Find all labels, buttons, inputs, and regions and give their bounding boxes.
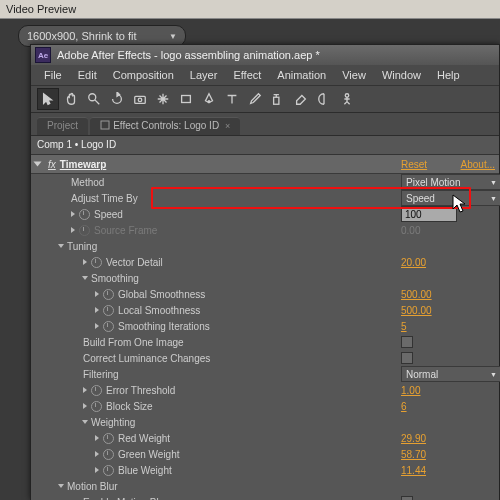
build-from-one-checkbox[interactable] [401,336,413,348]
twirl-icon[interactable] [83,403,87,409]
stopwatch-icon[interactable] [79,209,90,220]
menu-effect[interactable]: Effect [226,65,268,85]
hand-tool[interactable] [60,88,82,110]
menu-layer[interactable]: Layer [183,65,225,85]
value-vector-detail[interactable]: 20.00 [401,257,426,268]
selection-tool[interactable] [37,88,59,110]
twirl-down-icon[interactable] [58,484,64,488]
value-local-smooth[interactable]: 500.00 [401,305,432,316]
menu-file[interactable]: File [37,65,69,85]
twirl-down-icon[interactable] [82,420,88,424]
filtering-dropdown[interactable]: Normal▼ [401,366,500,382]
value-global-smooth[interactable]: 500.00 [401,289,432,300]
fx-icon: fx [48,159,56,170]
type-tool[interactable] [221,88,243,110]
label-blue-weight: Blue Weight [118,465,172,476]
label-motion-blur: Motion Blur [67,481,118,492]
row-tuning[interactable]: Tuning [31,238,499,254]
tab-effect-controls[interactable]: Effect Controls: Logo ID× [90,117,240,135]
label-error-thresh: Error Threshold [106,385,175,396]
label-block-size: Block Size [106,401,153,412]
stopwatch-icon[interactable] [103,321,114,332]
twirl-down-icon[interactable] [58,244,64,248]
value-green-weight[interactable]: 58.70 [401,449,426,460]
row-method: Method Pixel Motion▼ [31,174,499,190]
value-error-thresh[interactable]: 1.00 [401,385,420,396]
effect-header[interactable]: fx Timewarp Reset About... [31,155,499,174]
video-preview-title: Video Preview [0,0,500,19]
effect-controls-panel: fx Timewarp Reset About... Method Pixel … [31,155,499,500]
puppet-tool[interactable] [336,88,358,110]
stopwatch-icon[interactable] [103,449,114,460]
label-correct-lum: Correct Luminance Changes [83,353,210,364]
menu-help[interactable]: Help [430,65,467,85]
camera-tool[interactable] [129,88,151,110]
svg-point-4 [208,101,210,103]
twirl-down-icon[interactable] [34,162,42,167]
clone-tool[interactable] [267,88,289,110]
stopwatch-icon[interactable] [91,401,102,412]
enable-mb-checkbox[interactable] [401,496,413,500]
speed-input[interactable]: 100 [401,206,457,222]
menu-view[interactable]: View [335,65,373,85]
comp-path: Comp 1 • Logo ID [31,136,499,155]
twirl-icon[interactable] [95,323,99,329]
menu-edit[interactable]: Edit [71,65,104,85]
menu-composition[interactable]: Composition [106,65,181,85]
menu-animation[interactable]: Animation [270,65,333,85]
close-icon[interactable]: × [225,121,230,131]
adjust-dropdown[interactable]: Speed▼ [401,190,500,206]
twirl-icon[interactable] [95,291,99,297]
reset-link[interactable]: Reset [401,159,427,170]
app-window: Ae Adobe After Effects - logo assembling… [30,44,500,500]
row-source-frame: Source Frame 0.00 [31,222,499,238]
twirl-icon[interactable] [95,467,99,473]
zoom-tool[interactable] [83,88,105,110]
label-method: Method [71,177,104,188]
rotate-tool[interactable] [106,88,128,110]
twirl-icon[interactable] [95,307,99,313]
pan-behind-tool[interactable] [152,88,174,110]
twirl-icon[interactable] [83,387,87,393]
value-red-weight[interactable]: 29.90 [401,433,426,444]
twirl-down-icon[interactable] [82,276,88,280]
roto-tool[interactable] [313,88,335,110]
twirl-icon[interactable] [95,451,99,457]
twirl-icon[interactable] [71,211,75,217]
stopwatch-icon[interactable] [103,465,114,476]
pen-tool[interactable] [198,88,220,110]
menubar: File Edit Composition Layer Effect Anima… [31,65,499,86]
twirl-icon[interactable] [95,435,99,441]
brush-tool[interactable] [244,88,266,110]
label-smooth-iter: Smoothing Iterations [118,321,210,332]
row-motion-blur[interactable]: Motion Blur [31,478,499,494]
svg-point-2 [138,98,142,102]
svg-rect-1 [135,96,146,103]
tab-project[interactable]: Project [37,117,88,135]
label-weighting: Weighting [91,417,135,428]
method-dropdown[interactable]: Pixel Motion▼ [401,174,500,190]
twirl-icon[interactable] [83,259,87,265]
stopwatch-icon[interactable] [103,289,114,300]
correct-lum-checkbox[interactable] [401,352,413,364]
value-smooth-iter[interactable]: 5 [401,321,407,332]
stopwatch-icon[interactable] [103,305,114,316]
value-blue-weight[interactable]: 11.44 [401,465,426,476]
label-tuning: Tuning [67,241,97,252]
row-weighting[interactable]: Weighting [31,414,499,430]
eraser-tool[interactable] [290,88,312,110]
label-filtering: Filtering [83,369,119,380]
toolbar [31,86,499,113]
row-smoothing[interactable]: Smoothing [31,270,499,286]
resolution-value: 1600x900, Shrink to fit [27,30,136,42]
rect-tool[interactable] [175,88,197,110]
value-block-size[interactable]: 6 [401,401,407,412]
row-speed: Speed 100 [31,206,499,222]
stopwatch-icon[interactable] [91,257,102,268]
menu-window[interactable]: Window [375,65,428,85]
stopwatch-icon[interactable] [103,433,114,444]
twirl-icon [71,227,75,233]
stopwatch-icon[interactable] [91,385,102,396]
app-icon: Ae [35,47,51,63]
about-link[interactable]: About... [461,159,495,170]
